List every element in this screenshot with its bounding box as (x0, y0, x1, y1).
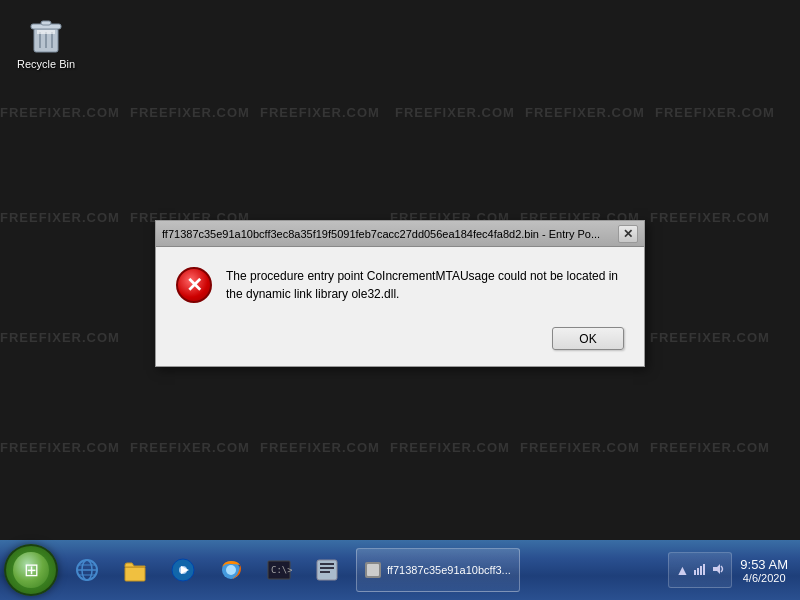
desktop: FREEFIXER.COM FREEFIXER.COM FREEFIXER.CO… (0, 0, 800, 540)
firefox-icon[interactable] (208, 546, 254, 594)
recycle-bin-image (26, 14, 66, 54)
error-icon: ✕ (176, 267, 212, 303)
svg-rect-28 (700, 566, 702, 575)
watermark: FREEFIXER.COM (525, 105, 645, 120)
network-icon[interactable] (693, 562, 707, 579)
svg-marker-30 (713, 564, 720, 574)
dialog-content: ✕ The procedure entry point CoIncrementM… (176, 267, 624, 303)
watermark: FREEFIXER.COM (130, 105, 250, 120)
start-button[interactable]: ⊞ (4, 544, 58, 596)
recycle-bin-label: Recycle Bin (17, 58, 75, 70)
svg-rect-6 (37, 30, 55, 34)
explorer-icon[interactable] (112, 546, 158, 594)
watermark: FREEFIXER.COM (0, 105, 120, 120)
svg-rect-29 (703, 564, 705, 575)
watermark: FREEFIXER.COM (650, 330, 770, 345)
dialog-titlebar: ff71387c35e91a10bcff3ec8a35f19f5091feb7c… (156, 221, 644, 247)
watermark: FREEFIXER.COM (0, 330, 120, 345)
windows-logo-icon: ⊞ (24, 559, 39, 581)
svg-rect-21 (320, 563, 334, 565)
start-orb: ⊞ (13, 552, 49, 588)
clock-date: 4/6/2020 (743, 572, 786, 584)
error-icon-circle: ✕ (176, 267, 212, 303)
watermark: FREEFIXER.COM (260, 105, 380, 120)
system-tray: ▲ 9:53 AM 4/6/2020 (668, 540, 800, 600)
dialog-footer: OK (176, 323, 624, 350)
watermark: FREEFIXER.COM (655, 105, 775, 120)
error-x-mark: ✕ (186, 275, 203, 295)
taskbar-active-item[interactable]: ff71387c35e91a10bcff3... (356, 548, 520, 592)
watermark: FREEFIXER.COM (650, 440, 770, 455)
taskbar-quick-launch: C:\>_ (64, 540, 350, 600)
svg-rect-25 (367, 564, 379, 576)
tray-icons-area: ▲ (668, 552, 732, 588)
taskbar: ⊞ (0, 540, 800, 600)
dialog-close-button[interactable]: ✕ (618, 225, 638, 243)
watermark: FREEFIXER.COM (395, 105, 515, 120)
svg-rect-26 (694, 570, 696, 575)
active-item-label: ff71387c35e91a10bcff3... (387, 564, 511, 576)
active-item-icon (365, 562, 381, 578)
dialog-message: The procedure entry point CoIncrementMTA… (226, 267, 624, 303)
svg-rect-2 (41, 21, 51, 25)
clock-time: 9:53 AM (740, 557, 788, 572)
media-player-icon[interactable] (160, 546, 206, 594)
cmd-icon[interactable]: C:\>_ (256, 546, 302, 594)
svg-point-17 (226, 565, 236, 575)
watermark: FREEFIXER.COM (520, 440, 640, 455)
watermark: FREEFIXER.COM (260, 440, 380, 455)
watermark: FREEFIXER.COM (0, 210, 120, 225)
dialog-body: ✕ The procedure entry point CoIncrementM… (156, 247, 644, 366)
error-dialog: ff71387c35e91a10bcff3ec8a35f19f5091feb7c… (155, 220, 645, 367)
watermark: FREEFIXER.COM (0, 440, 120, 455)
svg-rect-12 (125, 567, 145, 581)
recycle-bin-icon[interactable]: Recycle Bin (10, 10, 82, 74)
ie-icon[interactable] (64, 546, 110, 594)
watermark: FREEFIXER.COM (130, 440, 250, 455)
dialog-title: ff71387c35e91a10bcff3ec8a35f19f5091feb7c… (162, 228, 614, 240)
unknown-app-icon[interactable] (304, 546, 350, 594)
ok-button[interactable]: OK (552, 327, 624, 350)
volume-icon[interactable] (711, 562, 725, 579)
watermark: FREEFIXER.COM (650, 210, 770, 225)
tray-arrow-icon[interactable]: ▲ (675, 562, 689, 578)
watermark: FREEFIXER.COM (390, 440, 510, 455)
svg-text:C:\>_: C:\>_ (271, 565, 292, 575)
svg-rect-23 (320, 571, 330, 573)
svg-rect-27 (697, 568, 699, 575)
svg-rect-22 (320, 567, 334, 569)
clock[interactable]: 9:53 AM 4/6/2020 (732, 540, 796, 600)
